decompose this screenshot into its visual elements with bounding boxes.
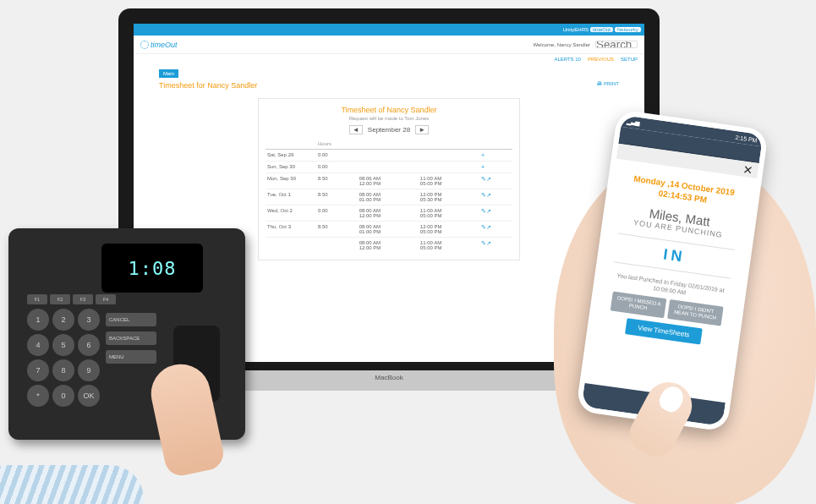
keypad-key[interactable]: * — [27, 385, 49, 407]
table-row: 08:00 AM12:00 PM11:00 AM05:00 PM✎↗ — [266, 238, 512, 254]
keypad-key[interactable]: 0 — [52, 385, 74, 407]
table-row: Tue, Oct 18.5008:00 AM01:00 PM12:00 PM05… — [266, 189, 512, 205]
side-buttons: CANCELBACKSPACEMENU — [106, 313, 156, 364]
side-button[interactable]: BACKSPACE — [106, 331, 156, 345]
keypad: 123456789*0OK — [27, 309, 100, 407]
timeclock-device: 1:08 F1F2F3F4 123456789*0OK CANCELBACKSP… — [0, 228, 279, 499]
add-icon[interactable]: + — [481, 152, 485, 158]
card-subtitle: Request will be made to Tom Jones — [266, 116, 512, 121]
nav-setup[interactable]: SETUP — [621, 57, 638, 62]
expand-icon[interactable]: ↗ — [486, 192, 491, 198]
logo[interactable]: timeOut — [140, 41, 178, 49]
sleeve — [0, 465, 144, 504]
timesheet-card: Timesheet of Nancy Sandler Request will … — [258, 98, 520, 260]
view-timesheets-button[interactable]: View TimeSheets — [625, 318, 703, 344]
brand-label: UnityEHRS — [563, 27, 589, 32]
page-title: Timesheet for Nancy Sandler — [159, 81, 257, 90]
table-row: Mon, Sep 308.5008:06 AM12:00 PM11:00 AM0… — [266, 173, 512, 189]
logo-icon — [140, 41, 149, 49]
table-row: Sat, Sep 290.00+ — [266, 150, 512, 162]
punch-direction: IN — [614, 233, 736, 279]
keypad-key[interactable]: 3 — [78, 309, 100, 331]
keypad-key[interactable]: 4 — [27, 334, 49, 356]
main-tab[interactable]: Main — [159, 69, 178, 78]
date-navigator: ◄ September 28 ► — [266, 126, 512, 134]
expand-icon[interactable]: ↗ — [486, 208, 491, 214]
hours-header: Hours — [316, 139, 358, 150]
keypad-key[interactable]: 9 — [78, 359, 100, 381]
keypad-key[interactable]: 8 — [52, 359, 74, 381]
logo-text: timeOut — [151, 41, 178, 49]
table-row: Thu, Oct 38.5008:00 AM01:00 PM12:00 PM05… — [266, 222, 512, 238]
keypad-key[interactable]: 1 — [27, 309, 49, 331]
print-button[interactable]: 🖶 PRINT — [597, 81, 619, 90]
expand-icon[interactable]: ↗ — [486, 240, 491, 246]
keypad-key[interactable]: 2 — [52, 309, 74, 331]
wrong-punch-button[interactable]: OOPS! I DIDN'T MEAN TO PUNCH — [667, 299, 723, 326]
missed-punch-button[interactable]: OOPS! I MISSED A PUNCH — [611, 292, 666, 318]
header-right: Welcome, Nancy Sandler — [533, 41, 638, 48]
topbar-pill-networky[interactable]: Networky — [615, 27, 641, 32]
side-button[interactable]: MENU — [106, 350, 156, 364]
device-time: 1:08 — [129, 258, 177, 279]
phone-hand-group: ▂▃▅ 2:15 PM ✕ Monday ,14 October 2019 02… — [520, 101, 816, 504]
add-icon[interactable]: + — [481, 164, 485, 170]
signal-icon: ▂▃▅ — [626, 118, 639, 127]
app-header: timeOut Welcome, Nancy Sandler — [134, 36, 644, 54]
status-time: 2:15 PM — [735, 134, 758, 143]
side-button[interactable]: CANCEL — [106, 313, 156, 326]
expand-icon[interactable]: ↗ — [486, 224, 491, 230]
function-key[interactable]: F2 — [50, 294, 70, 304]
nail — [656, 382, 687, 415]
welcome-label: Welcome, Nancy Sandler — [533, 42, 590, 47]
function-key[interactable]: F4 — [96, 294, 116, 304]
card-title: Timesheet of Nancy Sandler — [266, 106, 512, 114]
function-key[interactable]: F1 — [27, 294, 47, 304]
keypad-key[interactable]: 5 — [52, 334, 74, 356]
nav-bar: ALERTS 10 PREVIOUS SETUP — [134, 54, 644, 64]
table-row: Sun, Sep 300.00+ — [266, 162, 512, 173]
table-row: Wed, Oct 20.0008:00 AM12:00 PM11:00 AM05… — [266, 205, 512, 222]
next-week-button[interactable]: ► — [415, 125, 429, 134]
nav-previous[interactable]: PREVIOUS — [588, 57, 614, 62]
keypad-key[interactable]: OK — [78, 385, 100, 407]
title-row: Timesheet for Nancy Sandler 🖶 PRINT — [159, 81, 619, 90]
device-display: 1:08 — [101, 244, 203, 293]
expand-icon[interactable]: ↗ — [486, 176, 491, 182]
function-key[interactable]: F3 — [73, 294, 93, 304]
close-icon[interactable]: ✕ — [742, 163, 753, 178]
topbar-pill-timeout[interactable]: timeOut — [590, 27, 613, 32]
keypad-key[interactable]: 7 — [27, 359, 49, 381]
current-date: September 28 — [368, 126, 410, 134]
timesheet-table: Hours Sat, Sep 290.00+Sun, Sep 300.00+Mo… — [266, 139, 512, 253]
prev-week-button[interactable]: ◄ — [349, 125, 363, 134]
nav-alerts[interactable]: ALERTS 10 — [554, 57, 581, 62]
search-input[interactable] — [595, 41, 638, 48]
keypad-key[interactable]: 6 — [78, 334, 100, 356]
top-bar: UnityEHRS timeOut Networky — [134, 24, 644, 36]
function-keys: F1F2F3F4 — [27, 294, 116, 304]
